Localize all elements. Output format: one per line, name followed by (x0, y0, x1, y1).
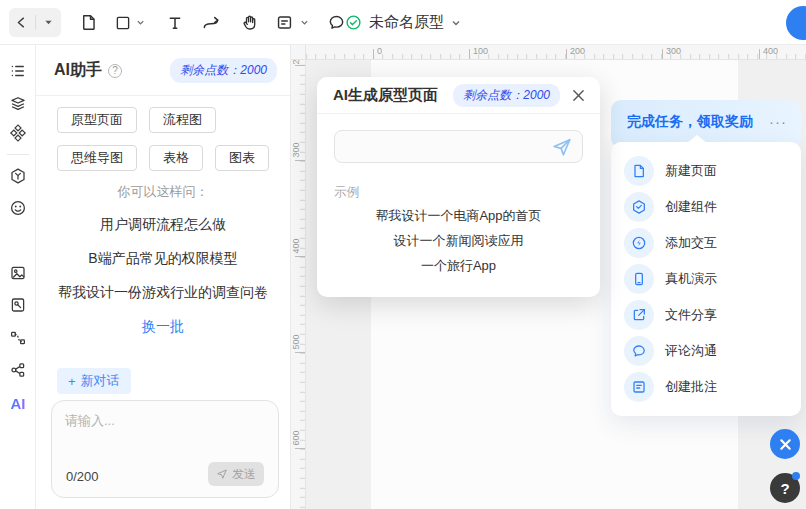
chip-chart[interactable]: 图表 (215, 145, 269, 171)
top-toolbar: 未命名原型 (0, 0, 806, 45)
task-comment[interactable]: 评论沟通 (611, 333, 801, 369)
new-page-button[interactable] (78, 12, 99, 33)
title-caret-icon[interactable] (451, 18, 461, 28)
task-label: 创建批注 (665, 378, 717, 396)
more-icon[interactable]: ··· (769, 117, 787, 127)
close-icon (779, 438, 792, 451)
close-icon (572, 89, 585, 102)
task-annotation[interactable]: 创建批注 (611, 369, 801, 405)
back-control (9, 8, 61, 37)
document-title[interactable]: 未命名原型 (369, 13, 444, 32)
task-label: 添加交互 (665, 234, 717, 252)
task-file-share[interactable]: 文件分享 (611, 297, 801, 333)
send-plane-icon (551, 136, 573, 158)
points-badge: 剩余点数：2000 (170, 58, 277, 83)
ruler-label: 500 (291, 330, 303, 354)
page-icon (624, 156, 654, 186)
components-icon[interactable] (8, 123, 28, 143)
send-plane-icon (216, 468, 228, 480)
example-item[interactable]: 一个旅行App (317, 257, 600, 275)
task-label: 评论沟通 (665, 342, 717, 360)
frame-tool-button[interactable] (112, 12, 133, 33)
frame-caret-icon (136, 18, 145, 27)
task-label: 新建页面 (665, 162, 717, 180)
tasks-title: 完成任务，领取奖励 (627, 113, 753, 131)
connector-tool-button[interactable] (200, 12, 221, 33)
history-dropdown-button[interactable] (36, 8, 62, 37)
ruler-vertical: 200 300 400 500 600 (291, 45, 306, 509)
ruler-major-tick (469, 49, 470, 59)
device-preview-icon (624, 264, 654, 294)
suggestion-item[interactable]: 用户调研流程怎么做 (36, 216, 290, 234)
ruler-horizontal: 0 100 200 300 400 (291, 45, 806, 60)
prompt-input-wrap (334, 130, 583, 163)
left-icon-rail: AI (0, 45, 36, 509)
dismiss-tasks-button[interactable] (770, 429, 800, 459)
help-button[interactable]: ? (770, 473, 800, 503)
ruler-label: 400 (291, 234, 303, 258)
ruler-label: 200 (570, 46, 585, 56)
plus-icon: + (68, 374, 76, 389)
file-share-icon (624, 300, 654, 330)
ruler-label: 600 (291, 426, 303, 450)
back-button[interactable] (9, 8, 35, 37)
vector-icon[interactable] (8, 328, 28, 348)
chat-input-card: 0/200 发送 (51, 400, 279, 498)
notes-tool-button[interactable] (274, 12, 295, 33)
comment-tool-button[interactable] (326, 12, 347, 33)
ruler-label: 400 (763, 46, 778, 56)
notification-dot (792, 472, 800, 480)
quick-type-chips: 原型页面 流程图 思维导图 表格 图表 (57, 107, 277, 171)
ruler-ticks (291, 54, 806, 59)
layers-icon[interactable] (8, 93, 28, 113)
suggestion-item[interactable]: B端产品常见的权限模型 (36, 250, 290, 268)
ruler-label: 300 (666, 46, 681, 56)
task-device-preview[interactable]: 真机演示 (611, 261, 801, 297)
interaction-icon (624, 228, 654, 258)
ruler-label: 0 (377, 46, 382, 56)
ruler-label: 100 (473, 46, 488, 56)
task-label: 文件分享 (665, 306, 717, 324)
image-icon[interactable] (8, 263, 28, 283)
send-label: 发送 (232, 466, 256, 483)
notes-caret-button[interactable] (300, 18, 310, 28)
dialog-header: AI生成原型页面 剩余点数：2000 (317, 77, 600, 114)
emoji-icon[interactable] (8, 198, 28, 218)
share-nodes-icon[interactable] (8, 360, 28, 380)
suggestion-item[interactable]: 帮我设计一份游戏行业的调查问卷 (36, 284, 290, 302)
panel-title: AI助手 (54, 60, 102, 81)
template-icon[interactable] (8, 295, 28, 315)
example-item[interactable]: 帮我设计一个电商App的首页 (317, 207, 600, 225)
dialog-send-button[interactable] (551, 136, 573, 158)
frame-icon (114, 14, 132, 32)
chat-input[interactable] (65, 412, 265, 460)
help-icon[interactable]: ? (108, 64, 122, 78)
send-button[interactable]: 发送 (208, 462, 264, 486)
ai-entry-icon[interactable]: AI (8, 393, 28, 413)
plugins-icon[interactable] (8, 166, 28, 186)
task-create-component[interactable]: 创建组件 (611, 189, 801, 225)
task-add-interaction[interactable]: 添加交互 (611, 225, 801, 261)
avatar[interactable] (786, 6, 806, 40)
chip-prototype-page[interactable]: 原型页面 (57, 107, 137, 133)
pages-list-icon[interactable] (8, 61, 28, 81)
chip-flowchart[interactable]: 流程图 (149, 107, 216, 133)
hand-tool-button[interactable] (239, 12, 260, 33)
example-item[interactable]: 设计一个新闻阅读应用 (317, 232, 600, 250)
refresh-suggestions-link[interactable]: 换一批 (36, 318, 290, 336)
text-tool-button[interactable] (164, 12, 185, 33)
ruler-major-tick (373, 49, 374, 59)
panel-header: AI助手 ? (54, 60, 122, 81)
text-tool-icon (166, 14, 184, 32)
new-chat-button[interactable]: + 新对话 (57, 368, 131, 394)
comment-bubble-icon (624, 336, 654, 366)
frame-tool-caret-button[interactable] (136, 18, 146, 28)
close-button[interactable] (570, 87, 586, 103)
comment-icon (327, 13, 346, 32)
notes-icon (275, 13, 294, 32)
chip-mindmap[interactable]: 思维导图 (57, 145, 137, 171)
chip-table[interactable]: 表格 (149, 145, 203, 171)
task-new-page[interactable]: 新建页面 (611, 153, 801, 189)
prompt-input[interactable] (345, 131, 545, 162)
connector-icon (201, 13, 221, 33)
